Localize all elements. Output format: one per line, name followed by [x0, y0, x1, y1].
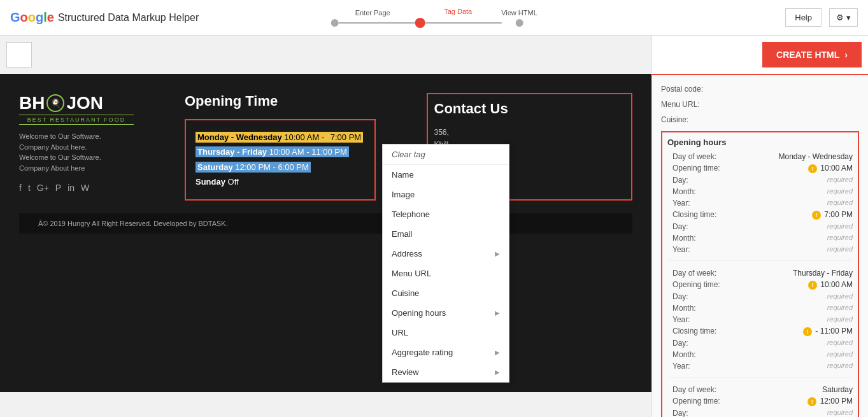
- right-panel-content: Postal code: Menu URL: Cuisine: Opening …: [652, 75, 868, 417]
- aggregate-rating-arrow: ▶: [495, 349, 500, 356]
- step-view-html: View HTML: [501, 9, 537, 27]
- logo-tagline: BEST RESTAURANT FOOD: [19, 115, 134, 125]
- opening-time-col: Opening Time Monday - Wednesday 10:00 AM…: [185, 93, 376, 201]
- day-highlight-1: Monday - Wednesday 10:00 AM -: [196, 132, 329, 143]
- create-btn-arrow: ›: [844, 50, 848, 60]
- day-of-week-row-1: Day of week: Monday - Wednesday: [667, 151, 853, 162]
- social-icons: f t G+ P in W: [19, 183, 134, 193]
- top-bar: [0, 36, 651, 74]
- menu-item-name[interactable]: Name: [383, 165, 509, 185]
- address-arrow: ▶: [495, 250, 500, 257]
- restaurant-logo: BH 🍳 JON: [19, 93, 134, 113]
- list-item: Saturday 12:00 PM - 6:00 PM: [196, 160, 365, 174]
- opening-hours-arrow: ▶: [495, 309, 500, 316]
- twitter-icon: t: [28, 183, 31, 193]
- app-title: Structured Data Markup Helper: [58, 12, 199, 24]
- warn-icon-2: !: [812, 211, 821, 220]
- closing-day-row-2: Day: required: [667, 337, 853, 349]
- warn-icon-3: !: [808, 281, 817, 290]
- review-arrow: ▶: [495, 369, 500, 376]
- day-group-saturday: Day of week: Saturday Opening time: ! 12…: [667, 384, 853, 417]
- warn-icon-4: !: [803, 327, 812, 336]
- opening-year-row-1: Year: required: [667, 197, 853, 209]
- step-connector-1: [338, 22, 415, 24]
- logo-col: BH 🍳 JON BEST RESTAURANT FOOD Welcome to…: [19, 93, 134, 201]
- day-highlight-2: Thursday - Friday 10:00 AM - 11:00 PM: [196, 146, 349, 157]
- closing-month-row-1: Month: required: [667, 232, 853, 244]
- step-tag-data: Tag Data: [415, 8, 501, 28]
- menu-item-image[interactable]: Image: [383, 185, 509, 204]
- opening-year-row-2: Year: required: [667, 314, 853, 325]
- menu-item-opening-hours[interactable]: Opening hours ▶: [383, 303, 509, 323]
- menu-item-email[interactable]: Email: [383, 224, 509, 244]
- closing-day-row-1: Day: required: [667, 221, 853, 232]
- logo-text-bh: BH: [19, 93, 45, 113]
- stepper: Enter Page Tag Data View HTML: [331, 8, 537, 28]
- list-item: Monday - Wednesday 10:00 AM - 7:00 PM: [196, 130, 365, 145]
- right-panel: CREATE HTML › Postal code: Menu URL: Cui…: [651, 36, 868, 417]
- restaurant-section: BH 🍳 JON BEST RESTAURANT FOOD Welcome to…: [0, 74, 651, 392]
- create-html-button[interactable]: CREATE HTML ›: [762, 42, 862, 67]
- linkedin-icon: in: [68, 183, 75, 193]
- opening-time-row-1: Opening time: ! 10:00 AM: [667, 162, 853, 174]
- pinterest-icon: P: [55, 183, 61, 193]
- list-item: Sunday Off: [196, 174, 365, 189]
- context-menu: Clear tag Name Image Telephone Email Add…: [382, 144, 509, 383]
- step-connector-2: [425, 22, 501, 24]
- opening-time-row-3: Opening time: ! 12:00 PM: [667, 395, 853, 407]
- closing-time-row-2: Closing time: ! - 11:00 PM: [667, 325, 853, 337]
- warn-icon-1: !: [808, 164, 817, 173]
- help-button[interactable]: Help: [785, 8, 822, 27]
- opening-time-row-2: Opening time: ! 10:00 AM: [667, 279, 853, 291]
- create-btn-label: CREATE HTML: [776, 50, 839, 60]
- step-dot-view: [516, 19, 523, 27]
- step-dot-tag: [415, 18, 425, 28]
- closing-month-row-2: Month: required: [667, 349, 853, 360]
- menu-item-address[interactable]: Address ▶: [383, 244, 509, 264]
- menu-item-telephone[interactable]: Telephone: [383, 204, 509, 224]
- page-preview: BH 🍳 JON BEST RESTAURANT FOOD Welcome to…: [0, 36, 651, 417]
- facebook-icon: f: [19, 183, 22, 193]
- opening-day-row-3: Day: required: [667, 407, 853, 417]
- clear-tag-item[interactable]: Clear tag: [383, 145, 509, 164]
- menu-item-url[interactable]: URL: [383, 323, 509, 343]
- opening-hours-panel: Opening hours Day of week: Monday - Wedn…: [661, 131, 859, 417]
- day-group-thursday-friday: Day of week: Thursday - Friday Opening t…: [667, 267, 853, 378]
- menu-item-review[interactable]: Review ▶: [383, 362, 509, 382]
- page-thumbnail: [6, 42, 32, 67]
- opening-hours-title: Opening hours: [667, 138, 853, 147]
- logo-text-jon: JON: [66, 93, 103, 113]
- create-btn-container: CREATE HTML ›: [652, 36, 868, 75]
- gear-icon: ⚙: [836, 13, 844, 22]
- opening-time-box: Monday - Wednesday 10:00 AM - 7:00 PM Th…: [185, 119, 376, 201]
- restaurant-header: BH 🍳 JON BEST RESTAURANT FOOD Welcome to…: [19, 93, 632, 201]
- list-item: Thursday - Friday 10:00 AM - 11:00 PM: [196, 145, 365, 159]
- closing-year-row-2: Year: required: [667, 360, 853, 372]
- googleplus-icon: G+: [37, 183, 49, 193]
- opening-day-row-1: Day: required: [667, 174, 853, 186]
- page-preview-area: BH 🍳 JON BEST RESTAURANT FOOD Welcome to…: [0, 36, 651, 417]
- opening-month-row-1: Month: required: [667, 186, 853, 197]
- sunday-label: Sunday: [196, 177, 225, 187]
- chevron-down-icon: ▾: [846, 13, 851, 22]
- logo-icon: 🍳: [46, 94, 64, 112]
- day-highlight-3: Saturday 12:00 PM - 6:00 PM: [196, 162, 311, 173]
- settings-button[interactable]: ⚙ ▾: [829, 8, 858, 27]
- header-right: Help ⚙ ▾: [785, 8, 858, 27]
- opening-day-row-2: Day: required: [667, 291, 853, 302]
- google-logo: Google: [10, 10, 54, 25]
- contact-title: Contact Us: [434, 101, 625, 117]
- menu-item-cuisine[interactable]: Cuisine: [383, 283, 509, 303]
- day-group-monday-wednesday: Day of week: Monday - Wednesday Opening …: [667, 151, 853, 261]
- opening-time-title: Opening Time: [185, 93, 376, 110]
- closing-year-row-1: Year: required: [667, 244, 853, 255]
- logo-description: Welcome to Our Software. Company About h…: [19, 131, 134, 173]
- app-header: Google Structured Data Markup Helper Ent…: [0, 0, 868, 36]
- menu-url-row: Menu URL:: [661, 97, 859, 112]
- time-highlight-1: 7:00 PM: [329, 132, 363, 143]
- menu-item-menu-url[interactable]: Menu URL: [383, 264, 509, 283]
- cuisine-row: Cuisine:: [661, 112, 859, 127]
- main-layout: BH 🍳 JON BEST RESTAURANT FOOD Welcome to…: [0, 36, 868, 417]
- day-of-week-row-3: Day of week: Saturday: [667, 384, 853, 395]
- menu-item-aggregate-rating[interactable]: Aggregate rating ▶: [383, 343, 509, 362]
